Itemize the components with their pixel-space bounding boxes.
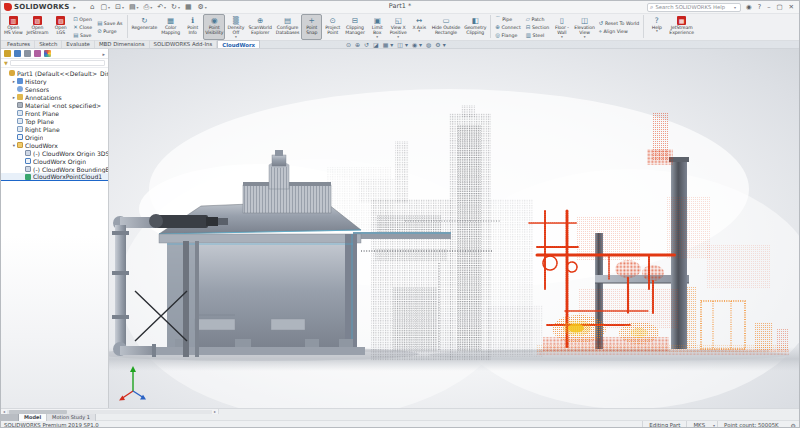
ribbon-button[interactable]: ▯ Floor - Wall ▾ [551, 14, 572, 40]
window-control-button[interactable]: ? [758, 3, 761, 12]
ribbon-button[interactable]: ▨ Open JetStream [25, 14, 51, 40]
tree-item[interactable]: Origin [1, 133, 108, 141]
filter-funnel-icon[interactable]: ▼ [4, 60, 8, 66]
ribbon-button[interactable]: ▣ Limit Box ▾ [367, 14, 388, 40]
ribbon-button[interactable]: ▦ JetStream Experience [667, 14, 696, 40]
ribbon-button[interactable]: ℹ Point Info [182, 14, 203, 40]
ribbon-button[interactable]: ▦ Color Mapping [159, 14, 182, 40]
quick-access-button[interactable]: ⌂ [90, 3, 95, 12]
ribbon-small-button[interactable]: ▤Save [71, 32, 94, 39]
tree-item[interactable]: Part1 (Default<<Default>_Display Sta [1, 69, 108, 77]
ribbon-small-button[interactable]: ✕Close [71, 24, 94, 31]
ribbon-button[interactable]: ▭ Hide Outside Rectangle [430, 14, 462, 40]
ribbon-small-button[interactable]: ⊟Section [524, 24, 552, 31]
units-caret-icon[interactable]: ▾ [713, 423, 715, 428]
quick-access-button[interactable]: ▤▾ [129, 3, 139, 12]
ribbon-small-button[interactable]: ◎Flange [493, 32, 523, 39]
headsup-icon[interactable]: ↺ [364, 41, 369, 49]
quick-access-button[interactable]: ⎙▾ [144, 3, 153, 12]
tree-item[interactable]: ▸ Annotations [1, 93, 108, 101]
ribbon-small-button[interactable]: ▤Save As [95, 20, 124, 27]
help-button[interactable]: ? Help ▾ [646, 14, 667, 40]
headsup-icon[interactable]: ◍ [426, 41, 431, 49]
ribbon-button[interactable]: ⊙ Project Point [322, 14, 343, 40]
quick-access-button[interactable]: ⚙▾ [198, 3, 207, 12]
search-box[interactable]: ⌕ Search SOLIDWORKS Help ▾ [647, 3, 741, 12]
status-gear-icon[interactable]: ⚙ [791, 422, 796, 428]
ribbon-small-button[interactable]: ⌖Align View [597, 28, 642, 35]
ribbon-button[interactable]: ▥ Open MS View [2, 14, 25, 40]
tree-item[interactable]: ▾ CloudWorx [1, 141, 108, 149]
document-tab[interactable]: Model [19, 414, 47, 421]
commandmanager-tab[interactable]: Evaluate [62, 40, 95, 48]
panel-expand-chevron-icon[interactable]: ▸ [102, 51, 105, 57]
ribbon-small-button[interactable]: ↺Reset To World [597, 20, 642, 27]
quick-access-button[interactable]: ▢▾ [100, 3, 110, 12]
displaymanager-tab[interactable] [44, 50, 51, 57]
quick-access-button[interactable]: ▦ [185, 3, 193, 12]
headsup-icon[interactable]: ⚙ ▾ [435, 41, 445, 49]
ribbon-small-button[interactable]: ⌒Pipe [493, 16, 523, 23]
tree-filter-input[interactable] [10, 60, 105, 66]
window-control-button[interactable]: – [767, 3, 770, 12]
ribbon-button[interactable]: ⊟ Clipping Manager [343, 14, 366, 40]
ribbon-button[interactable]: ▒ Density Off ▾ [225, 14, 246, 40]
document-tab[interactable]: Motion Study 1 [47, 414, 96, 421]
ribbon-small-button[interactable]: ⊡Open [71, 16, 94, 23]
tree-item[interactable]: CloudWorxPointCloud1 [1, 173, 108, 181]
tree-item[interactable]: ▸ History [1, 77, 108, 85]
quick-access-button[interactable]: ↻▾ [171, 3, 180, 12]
quick-access-button[interactable]: ↶▾ [157, 3, 166, 12]
headsup-icon[interactable]: ◫ ▾ [397, 41, 408, 49]
ribbon-small-button[interactable]: ▥Steel [524, 32, 552, 39]
brand-chevron-icon[interactable]: ▸ [73, 4, 76, 10]
ribbon-button[interactable]: ◧ Geometry Clipping [462, 14, 488, 40]
tree-item[interactable]: (-) CloudWorx Origin 3DSket [1, 149, 108, 157]
tree-item[interactable]: CloudWorx Origin [1, 157, 108, 165]
tree-item[interactable]: Material <not specified> [1, 101, 108, 109]
tree-item[interactable]: Top Plane [1, 117, 108, 125]
headsup-icon[interactable]: ▦ ▾ [383, 41, 394, 49]
tab-splitter-handle[interactable] [1, 414, 19, 421]
ribbon-button[interactable]: ◱ View X Positive ▾ [388, 14, 409, 40]
propertymanager-tab[interactable] [14, 50, 21, 57]
headsup-icon[interactable]: ◉ ▾ [412, 41, 422, 49]
ribbon-button[interactable]: ▤ Configure Databases [274, 14, 301, 40]
ribbon-small-button[interactable]: ▱Patch [524, 16, 552, 23]
headsup-icon[interactable]: ⊕ [355, 41, 360, 49]
commandmanager-tab[interactable]: MBD Dimensions [95, 40, 150, 48]
ribbon-small-button[interactable]: ⊕Connect [493, 24, 523, 31]
dimxpertmanager-tab[interactable] [34, 50, 41, 57]
tree-item[interactable]: (-) CloudWorx BoundingBox [1, 165, 108, 173]
scrollbar-track[interactable] [7, 410, 212, 414]
graphics-viewport[interactable] [109, 49, 799, 408]
window-control-button[interactable]: ▢ [776, 3, 782, 12]
ribbon-button[interactable]: ⊕ ScanWorld Explorer [246, 14, 273, 40]
ribbon-button[interactable]: ↻ Regenerate [130, 14, 160, 40]
ribbon-small-button[interactable]: ⊘Purge [95, 28, 124, 35]
tree-item[interactable]: Right Plane [1, 125, 108, 133]
commandmanager-tab[interactable]: Sketch [35, 40, 62, 48]
commandmanager-tab[interactable]: SOLIDWORKS Add-Ins [150, 40, 218, 48]
scrollbar-thumb[interactable] [9, 410, 67, 414]
headsup-icon[interactable]: ⊙ [346, 41, 351, 49]
ribbon-button[interactable]: ↔ X Axis ▾ [409, 14, 430, 40]
commandmanager-tab[interactable]: CloudWorx [217, 40, 260, 48]
tree-item[interactable]: Sensors [1, 85, 108, 93]
scroll-right-arrow-icon[interactable]: ▸ [212, 409, 218, 414]
commandmanager-tab[interactable]: Features [3, 40, 35, 48]
horizontal-scrollbar[interactable]: ◂ ▸ [1, 409, 219, 414]
window-control-button[interactable]: ◉ [746, 3, 752, 12]
ribbon-button[interactable]: + Point Snap [301, 14, 322, 40]
ribbon-button[interactable]: ▧ Open LGS [50, 14, 71, 40]
configurationmanager-tab[interactable] [24, 50, 31, 57]
headsup-icon[interactable]: ◪ [373, 41, 379, 49]
search-caret-icon[interactable]: ▾ [734, 5, 736, 10]
ribbon-button[interactable]: ◫ Elevation View ▾ [572, 14, 596, 40]
status-units-dropdown[interactable]: MKS [686, 421, 711, 428]
featuremanager-tree-tab[interactable] [4, 50, 11, 57]
tree-item[interactable]: Front Plane [1, 109, 108, 117]
window-control-button[interactable]: ✕ [789, 3, 794, 12]
ribbon-button[interactable]: ◉ Point Visibility [203, 14, 225, 40]
quick-access-button[interactable]: ⊡▾ [115, 3, 124, 12]
